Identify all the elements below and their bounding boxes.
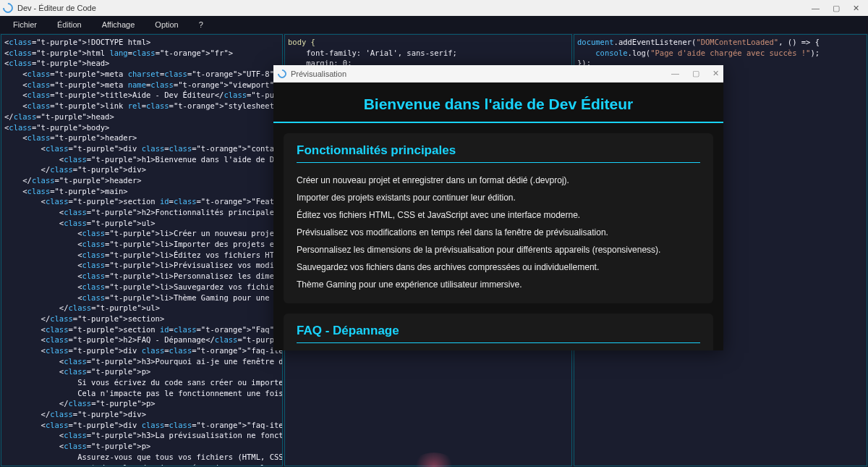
minimize-icon[interactable]: — — [812, 4, 820, 13]
menu-view[interactable]: Affichage — [102, 20, 135, 29]
close-icon[interactable]: ✕ — [853, 4, 859, 13]
preview-titlebar[interactable]: Prévisualisation — ▢ ✕ — [273, 65, 723, 83]
preview-app-icon — [276, 67, 289, 80]
features-list: Créer un nouveau projet et enregistrer d… — [297, 172, 700, 293]
feature-item: Thème Gaming pour une expérience utilisa… — [297, 276, 700, 293]
maximize-icon[interactable]: ▢ — [833, 4, 840, 13]
feature-item: Sauvegardez vos fichiers dans des archiv… — [297, 258, 700, 276]
preview-section-title: Fonctionnalités principales — [297, 143, 700, 163]
window-title: Dev - Éditeur de Code — [17, 4, 96, 12]
preview-title: Prévisualisation — [291, 70, 346, 78]
feature-item: Créer un nouveau projet et enregistrer d… — [297, 172, 700, 189]
preview-header: Bienvenue dans l'aide de Dev Éditeur — [273, 83, 723, 123]
feature-item: Personnalisez les dimensions de la prévi… — [297, 241, 700, 258]
menu-edit[interactable]: Édition — [57, 20, 82, 29]
feature-item: Prévisualisez vos modifications en temps… — [297, 224, 700, 241]
feature-item: Éditez vos fichiers HTML, CSS et JavaScr… — [297, 206, 700, 224]
css-l1: body { — [288, 38, 315, 46]
preview-features-section: Fonctionnalités principales Créer un nou… — [284, 133, 713, 303]
menu-option[interactable]: Option — [155, 20, 178, 29]
app-icon — [1, 1, 15, 15]
menu-help[interactable]: ? — [199, 20, 203, 29]
preview-maximize-icon[interactable]: ▢ — [692, 69, 699, 78]
menubar: Fichier Édition Affichage Option ? — [0, 16, 868, 33]
js-l1: document.addEventListener("DOMContentLoa… — [577, 38, 820, 46]
html-code[interactable]: <class="t-purple">!DOCTYPE html> <class=… — [1, 35, 282, 466]
js-l2: console.log("Page d'aide chargée avec su… — [577, 49, 820, 57]
preview-window: Prévisualisation — ▢ ✕ Bienvenue dans l'… — [273, 65, 723, 350]
preview-body[interactable]: Bienvenue dans l'aide de Dev Éditeur Fon… — [273, 83, 723, 350]
preview-faq-title: FAQ - Dépannage — [297, 324, 700, 343]
preview-close-icon[interactable]: ✕ — [712, 69, 719, 78]
feature-item: Importer des projets existants pour cont… — [297, 189, 700, 206]
window-titlebar: Dev - Éditeur de Code — ▢ ✕ — [0, 0, 868, 16]
menu-file[interactable]: Fichier — [13, 20, 37, 29]
preview-h1: Bienvenue dans l'aide de Dev Éditeur — [281, 96, 716, 113]
preview-minimize-icon[interactable]: — — [671, 69, 679, 78]
preview-faq-section: FAQ - Dépannage — [284, 314, 713, 350]
html-editor-pane[interactable]: <class="t-purple">!DOCTYPE html> <class=… — [1, 34, 283, 466]
css-l2: font-family: 'Arial', sans-serif; — [288, 49, 457, 57]
